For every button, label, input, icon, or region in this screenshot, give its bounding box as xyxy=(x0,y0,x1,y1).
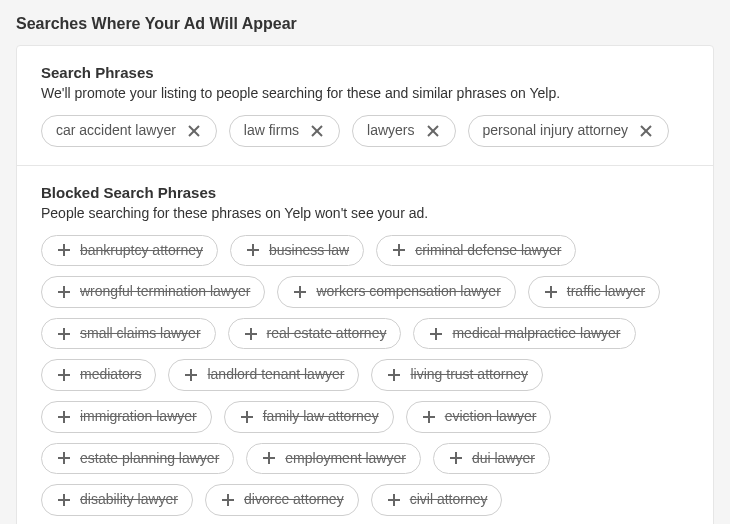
search-phrase-chip[interactable]: law firms xyxy=(229,115,340,147)
search-phrase-label: car accident lawyer xyxy=(56,121,176,141)
blocked-phrase-label: landlord tenant lawyer xyxy=(207,365,344,385)
blocked-phrase-label: living trust attorney xyxy=(410,365,528,385)
blocked-phrase-chip[interactable]: family law attorney xyxy=(224,401,394,433)
blocked-phrase-chip[interactable]: wrongful termination lawyer xyxy=(41,276,265,308)
plus-icon[interactable] xyxy=(391,242,407,258)
blocked-phrase-chip[interactable]: medical malpractice lawyer xyxy=(413,318,635,350)
blocked-phrases-title: Blocked Search Phrases xyxy=(41,184,689,201)
plus-icon[interactable] xyxy=(386,492,402,508)
plus-icon[interactable] xyxy=(421,409,437,425)
plus-icon[interactable] xyxy=(56,242,72,258)
blocked-phrase-label: business law xyxy=(269,241,349,261)
ad-search-card: Search Phrases We'll promote your listin… xyxy=(16,45,714,524)
close-icon[interactable] xyxy=(638,123,654,139)
blocked-phrase-label: workers compensation lawyer xyxy=(316,282,500,302)
plus-icon[interactable] xyxy=(243,326,259,342)
plus-icon[interactable] xyxy=(292,284,308,300)
blocked-phrase-chip[interactable]: estate planning lawyer xyxy=(41,443,234,475)
search-phrase-label: law firms xyxy=(244,121,299,141)
plus-icon[interactable] xyxy=(183,367,199,383)
blocked-phrase-chip[interactable]: traffic lawyer xyxy=(528,276,660,308)
blocked-phrase-label: medical malpractice lawyer xyxy=(452,324,620,344)
blocked-phrase-label: divorce attorney xyxy=(244,490,344,510)
blocked-phrase-chip[interactable]: eviction lawyer xyxy=(406,401,552,433)
blocked-phrase-chip[interactable]: mediators xyxy=(41,359,156,391)
blocked-phrase-label: mediators xyxy=(80,365,141,385)
page-title: Searches Where Your Ad Will Appear xyxy=(0,0,730,45)
blocked-phrase-label: small claims lawyer xyxy=(80,324,201,344)
blocked-phrase-chip[interactable]: landlord tenant lawyer xyxy=(168,359,359,391)
blocked-phrase-label: family law attorney xyxy=(263,407,379,427)
plus-icon[interactable] xyxy=(448,450,464,466)
blocked-phrase-chip[interactable]: dui lawyer xyxy=(433,443,550,475)
blocked-phrase-chip[interactable]: living trust attorney xyxy=(371,359,543,391)
blocked-phrase-label: wrongful termination lawyer xyxy=(80,282,250,302)
blocked-phrase-chip[interactable]: criminal defense lawyer xyxy=(376,235,576,267)
plus-icon[interactable] xyxy=(56,284,72,300)
blocked-phrases-chips: bankruptcy attorneybusiness lawcriminal … xyxy=(41,235,689,524)
blocked-phrase-label: real estate attorney xyxy=(267,324,387,344)
blocked-phrase-label: eviction lawyer xyxy=(445,407,537,427)
blocked-phrase-label: traffic lawyer xyxy=(567,282,645,302)
blocked-phrases-section: Blocked Search Phrases People searching … xyxy=(17,165,713,524)
blocked-phrase-chip[interactable]: civil attorney xyxy=(371,484,503,516)
plus-icon[interactable] xyxy=(56,450,72,466)
blocked-phrase-label: estate planning lawyer xyxy=(80,449,219,469)
plus-icon[interactable] xyxy=(56,492,72,508)
search-phrases-desc: We'll promote your listing to people sea… xyxy=(41,85,689,101)
search-phrases-chips: car accident lawyerlaw firmslawyersperso… xyxy=(41,115,689,147)
search-phrase-chip[interactable]: car accident lawyer xyxy=(41,115,217,147)
blocked-phrase-label: civil attorney xyxy=(410,490,488,510)
search-phrases-title: Search Phrases xyxy=(41,64,689,81)
blocked-phrase-chip[interactable]: immigration lawyer xyxy=(41,401,212,433)
blocked-phrase-chip[interactable]: disability lawyer xyxy=(41,484,193,516)
blocked-phrase-chip[interactable]: real estate attorney xyxy=(228,318,402,350)
blocked-phrase-chip[interactable]: workers compensation lawyer xyxy=(277,276,515,308)
blocked-phrase-label: disability lawyer xyxy=(80,490,178,510)
plus-icon[interactable] xyxy=(428,326,444,342)
blocked-phrases-desc: People searching for these phrases on Ye… xyxy=(41,205,689,221)
close-icon[interactable] xyxy=(309,123,325,139)
search-phrase-chip[interactable]: personal injury attorney xyxy=(468,115,670,147)
search-phrase-chip[interactable]: lawyers xyxy=(352,115,455,147)
plus-icon[interactable] xyxy=(239,409,255,425)
plus-icon[interactable] xyxy=(386,367,402,383)
blocked-phrase-chip[interactable]: business law xyxy=(230,235,364,267)
plus-icon[interactable] xyxy=(56,367,72,383)
blocked-phrase-chip[interactable]: small claims lawyer xyxy=(41,318,216,350)
close-icon[interactable] xyxy=(186,123,202,139)
plus-icon[interactable] xyxy=(56,409,72,425)
blocked-phrase-label: bankruptcy attorney xyxy=(80,241,203,261)
search-phrase-label: personal injury attorney xyxy=(483,121,629,141)
blocked-phrase-chip[interactable]: bankruptcy attorney xyxy=(41,235,218,267)
blocked-phrase-chip[interactable]: divorce attorney xyxy=(205,484,359,516)
plus-icon[interactable] xyxy=(220,492,236,508)
plus-icon[interactable] xyxy=(245,242,261,258)
plus-icon[interactable] xyxy=(543,284,559,300)
blocked-phrase-label: immigration lawyer xyxy=(80,407,197,427)
blocked-phrase-label: dui lawyer xyxy=(472,449,535,469)
plus-icon[interactable] xyxy=(261,450,277,466)
blocked-phrase-label: criminal defense lawyer xyxy=(415,241,561,261)
close-icon[interactable] xyxy=(425,123,441,139)
search-phrases-section: Search Phrases We'll promote your listin… xyxy=(17,46,713,165)
plus-icon[interactable] xyxy=(56,326,72,342)
search-phrase-label: lawyers xyxy=(367,121,414,141)
blocked-phrase-chip[interactable]: employment lawyer xyxy=(246,443,421,475)
blocked-phrase-label: employment lawyer xyxy=(285,449,406,469)
